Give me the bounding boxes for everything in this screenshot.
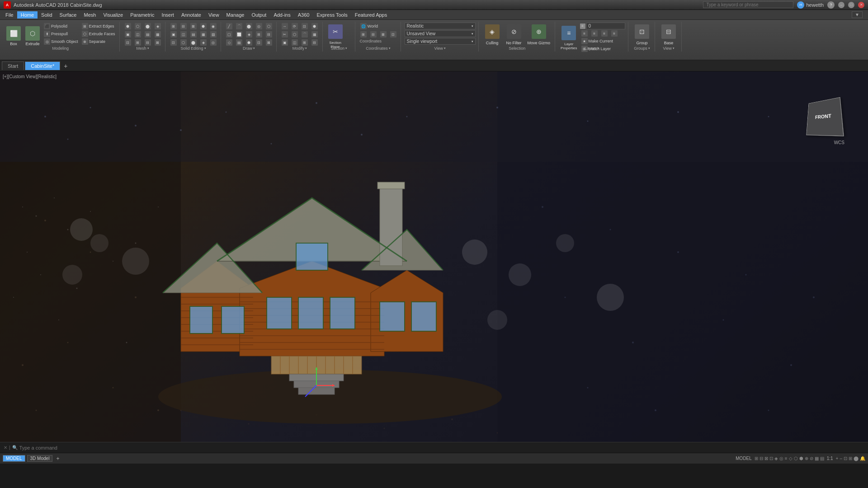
box-button[interactable]: ⬜ Box — [5, 23, 23, 50]
draw-btn4[interactable]: ◎ — [255, 23, 264, 30]
model-tab-button[interactable]: MODEL — [3, 455, 25, 462]
snap-btn[interactable]: ⊟ — [760, 456, 763, 461]
smooth-button[interactable]: ◎ Smooth Object — [42, 38, 80, 45]
tab-add-button[interactable]: + — [61, 61, 70, 70]
draw-btn5[interactable]: ⬡ — [264, 23, 274, 30]
lineweight-btn[interactable]: ≡ — [785, 456, 788, 461]
presspull-button[interactable]: ⬆ Presspull — [42, 30, 80, 38]
mesh-btn12[interactable]: ⊠ — [153, 39, 162, 46]
tab-start[interactable]: Start — [2, 61, 24, 70]
draw-btn14[interactable]: ⊡ — [255, 39, 264, 46]
draw-btn8[interactable]: ◈ — [245, 31, 254, 38]
solid-edit-btn5[interactable]: ◉ — [209, 23, 218, 30]
menu-view[interactable]: View — [205, 11, 223, 19]
mod-btn5[interactable]: ✂ — [280, 31, 289, 38]
move-gizmo-button[interactable]: ⊕ Move Gizmo — [526, 23, 552, 48]
layer-btn3[interactable]: ≡ — [600, 30, 609, 37]
app-icon[interactable]: A — [4, 1, 11, 9]
solid-edit-btn10[interactable]: ▧ — [209, 31, 218, 38]
hardware-accel-btn[interactable]: ⬤ — [854, 456, 859, 461]
mesh-btn2[interactable]: ⬡ — [133, 23, 142, 30]
base-button[interactable]: ⊟ Base — [659, 23, 679, 48]
solid-edit-btn13[interactable]: ⬤ — [189, 39, 198, 46]
help-button[interactable]: ? — [827, 1, 835, 9]
solid-edit-btn8[interactable]: ▤ — [189, 31, 198, 38]
coord-btn1[interactable]: ⊞ — [359, 31, 368, 38]
notification-btn[interactable]: 🔔 — [860, 456, 865, 461]
mesh-btn5[interactable]: ▣ — [123, 31, 132, 38]
mod-btn12[interactable]: ⊟ — [310, 39, 319, 46]
mod-btn6[interactable]: ⬡ — [290, 31, 299, 38]
menu-visualize[interactable]: Visualize — [99, 11, 127, 19]
mod-btn9[interactable]: ▣ — [280, 39, 289, 46]
object-snap-btn[interactable]: ◈ — [774, 456, 778, 461]
make-current-button[interactable]: ★ Make Current — [580, 38, 626, 45]
draw-btn9[interactable]: ⊞ — [255, 31, 264, 38]
transparency-btn[interactable]: ◇ — [789, 456, 793, 461]
layer-btn2[interactable]: ≡ — [590, 30, 599, 37]
solid-edit-btn6[interactable]: ▣ — [169, 31, 178, 38]
zoom-btn1[interactable]: + — [836, 456, 839, 461]
mod-btn3[interactable]: ⊡ — [300, 23, 309, 30]
solid-edit-btn9[interactable]: ▦ — [199, 31, 208, 38]
menu-addins[interactable]: Add-ins — [270, 11, 294, 19]
menu-expresstools[interactable]: Express Tools — [313, 11, 351, 19]
grid-btn[interactable]: ⊞ — [755, 456, 758, 461]
draw-btn15[interactable]: ⊠ — [264, 39, 274, 46]
osnap-tracking-btn[interactable]: ◎ — [779, 456, 783, 461]
layer-btn4[interactable]: ≡ — [610, 30, 619, 37]
draw-btn7[interactable]: ⬜ — [235, 31, 244, 38]
nav-cube[interactable]: FRONT — [806, 97, 844, 136]
3d-osnap-btn[interactable]: ⬢ — [799, 456, 803, 461]
draw-btn10[interactable]: ⊟ — [264, 31, 274, 38]
separate-button[interactable]: ⊗ Separate — [80, 38, 117, 45]
mod-btn2[interactable]: ⟳ — [290, 23, 299, 30]
coord-btn2[interactable]: ⊟ — [369, 31, 378, 38]
workspace-dropdown[interactable]: ▼ — [852, 11, 863, 18]
viewport-dropdown[interactable]: Single viewport ▾ — [405, 38, 476, 45]
no-filter-button[interactable]: ⊘ No Filter — [504, 23, 524, 48]
menu-insert[interactable]: Insert — [158, 11, 178, 19]
3d-model-tab-button[interactable]: 3D Model — [27, 455, 53, 462]
command-x-button[interactable]: ✕ — [4, 445, 7, 450]
mod-btn1[interactable]: ↔ — [280, 23, 289, 30]
tab-cabin[interactable]: CabinSite* — [25, 61, 60, 70]
mesh-btn11[interactable]: ⊟ — [143, 39, 152, 46]
draw-btn12[interactable]: ▤ — [235, 39, 244, 46]
extrude-button[interactable]: ⬡ Extrude — [24, 23, 42, 50]
menu-output[interactable]: Output — [248, 11, 270, 19]
maximize-button[interactable]: □ — [848, 2, 854, 8]
mod-btn7[interactable]: ⌒ — [300, 31, 309, 38]
menu-annotate[interactable]: Annotate — [178, 11, 205, 19]
menu-parametric[interactable]: Parametric — [127, 11, 158, 19]
solid-edit-btn11[interactable]: ⊡ — [169, 39, 178, 46]
menu-featured[interactable]: Featured Apps — [351, 11, 391, 19]
solid-edit-btn1[interactable]: ⊞ — [169, 23, 178, 30]
solid-edit-btn14[interactable]: ◈ — [199, 39, 208, 46]
mesh-btn8[interactable]: ▦ — [153, 31, 162, 38]
world-button[interactable]: 🌐 World — [359, 23, 379, 30]
solid-edit-btn12[interactable]: ⬡ — [179, 39, 188, 46]
mesh-btn7[interactable]: ▤ — [143, 31, 152, 38]
menu-mesh[interactable]: Mesh — [80, 11, 99, 19]
coord-btn4[interactable]: ⊡ — [389, 31, 398, 38]
mesh-btn1[interactable]: ⬢ — [123, 23, 132, 30]
menu-file[interactable]: File — [2, 11, 17, 19]
mod-btn4[interactable]: ⬢ — [310, 23, 319, 30]
layout-add-button[interactable]: + — [54, 455, 61, 462]
solid-edit-btn15[interactable]: ◎ — [209, 39, 218, 46]
draw-btn13[interactable]: ⬢ — [245, 39, 254, 46]
mesh-btn3[interactable]: ⬤ — [143, 23, 152, 30]
extrude-faces-button[interactable]: ⬡ Extrude Faces — [80, 30, 117, 38]
quick-props-btn[interactable]: ▦ — [815, 456, 819, 461]
extract-edges-button[interactable]: ⊞ Extract Edges — [80, 23, 117, 30]
ortho-btn[interactable]: ⊠ — [764, 456, 768, 461]
polysolid-button[interactable]: ⬛ Polysolid — [42, 23, 80, 30]
mod-btn10[interactable]: ◫ — [290, 39, 299, 46]
draw-btn11[interactable]: ◇ — [225, 39, 234, 46]
mesh-btn10[interactable]: ⊞ — [133, 39, 142, 46]
mesh-btn4[interactable]: ◈ — [153, 23, 162, 30]
dynamic-ucs-btn[interactable]: ⊕ — [805, 456, 808, 461]
menu-solid[interactable]: Solid — [38, 11, 56, 19]
draw-btn3[interactable]: ⬤ — [245, 23, 254, 30]
